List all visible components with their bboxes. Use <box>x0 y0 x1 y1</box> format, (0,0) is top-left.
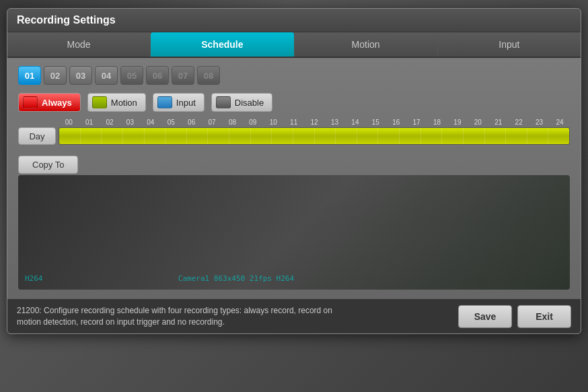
hours-header: 00 01 02 03 04 05 06 07 08 09 10 11 12 1… <box>59 119 570 126</box>
legend-row: Always Motion Input Disable <box>18 93 570 112</box>
action-buttons: Save Exit <box>458 305 571 328</box>
timeline-segment <box>464 128 485 144</box>
timeline-segment <box>485 128 507 144</box>
dialog-body: 01 02 03 04 05 06 07 08 <box>7 58 581 299</box>
channel-btn-01[interactable]: 01 <box>18 66 41 85</box>
timeline-segment <box>251 128 272 144</box>
legend-motion[interactable]: Motion <box>87 93 146 112</box>
disable-label: Disable <box>235 98 264 108</box>
status-bar: 21200: Configure recording schedule with… <box>7 299 581 333</box>
day-button[interactable]: Day <box>18 127 56 145</box>
timeline-segment <box>229 128 251 144</box>
timeline-segment <box>527 128 549 144</box>
channel-btn-08: 08 <box>197 66 220 85</box>
channel-btn-05: 05 <box>120 66 143 85</box>
tab-input[interactable]: Input <box>438 32 581 57</box>
timeline-segment <box>506 128 527 144</box>
timeline-segment <box>378 128 400 144</box>
status-message: 21200: Configure recording schedule with… <box>17 305 353 328</box>
timeline-segment <box>315 128 336 144</box>
channel-btn-03[interactable]: 03 <box>69 66 92 85</box>
save-button[interactable]: Save <box>458 305 512 328</box>
exit-button[interactable]: Exit <box>517 305 571 328</box>
legend-input[interactable]: Input <box>153 93 205 112</box>
motion-color <box>92 96 107 108</box>
timeline-segment <box>166 128 187 144</box>
camera-overlay-text: H264 <box>25 274 43 283</box>
timeline-segment <box>357 128 379 144</box>
timeline-segment <box>102 128 123 144</box>
recording-settings-dialog: Recording Settings Mode Schedule Motion … <box>7 8 581 334</box>
timeline-segment <box>81 128 102 144</box>
channel-btn-07: 07 <box>172 66 194 85</box>
copy-to-button[interactable]: Copy To <box>18 156 78 174</box>
disable-color <box>216 96 231 108</box>
channel-btn-02[interactable]: 02 <box>44 66 67 85</box>
legend-always[interactable]: Always <box>18 93 81 112</box>
camera-info-text: Camera1 863x450 21fps H264 <box>178 274 294 283</box>
timeline-bar[interactable] <box>59 127 570 145</box>
timeline-segment <box>145 128 166 144</box>
timeline-segment <box>336 128 357 144</box>
timeline-segment <box>59 128 81 144</box>
motion-label: Motion <box>111 98 137 108</box>
timeline-segment <box>187 128 209 144</box>
input-color <box>157 96 172 108</box>
tab-schedule[interactable]: Schedule <box>151 32 294 57</box>
timeline-segment <box>293 128 315 144</box>
tab-mode[interactable]: Mode <box>7 32 151 57</box>
timeline-segment <box>442 128 464 144</box>
always-color <box>23 96 38 108</box>
title-text: Recording Settings <box>17 14 116 26</box>
legend-disable[interactable]: Disable <box>211 93 272 112</box>
timeline-segment <box>400 128 421 144</box>
timeline-day-row: Day <box>18 127 570 145</box>
timeline-segment <box>548 128 569 144</box>
input-label: Input <box>176 98 196 108</box>
timeline-section: 00 01 02 03 04 05 06 07 08 09 10 11 12 1… <box>18 119 570 145</box>
camera-preview: H264 Camera1 863x450 21fps H264 <box>18 175 570 290</box>
always-label: Always <box>42 98 72 108</box>
tabs-bar: Mode Schedule Motion Input <box>7 32 581 58</box>
channel-btn-04[interactable]: 04 <box>95 66 118 85</box>
channel-btn-06: 06 <box>146 66 169 85</box>
dialog-title: Recording Settings <box>7 9 581 32</box>
tab-motion[interactable]: Motion <box>295 32 438 57</box>
timeline-segment <box>421 128 443 144</box>
timeline-segment <box>208 128 229 144</box>
timeline-segment <box>272 128 293 144</box>
channel-row: 01 02 03 04 05 06 07 08 <box>18 66 570 85</box>
timeline-segment <box>123 128 145 144</box>
